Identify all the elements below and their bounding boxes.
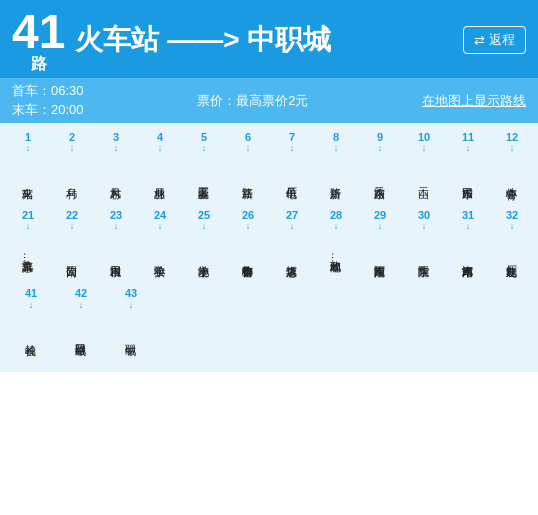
schedule-info: 首车：06:30 末车：20:00 xyxy=(12,82,84,119)
stop-item[interactable]: 4↓林业局 xyxy=(138,131,182,205)
stop-item[interactable]: 10↓云山 xyxy=(402,131,446,205)
stop-item[interactable]: 24↓实验小学 xyxy=(138,209,182,283)
stop-name: 九建制造厂 xyxy=(505,231,519,283)
stop-item[interactable]: 3↓东风村 xyxy=(94,131,138,205)
stop-item[interactable]: 9↓云山东路 xyxy=(358,131,402,205)
stop-name: 福长岭 xyxy=(24,310,38,362)
route-number-block: 41 路 xyxy=(12,8,65,72)
stop-item[interactable]: 1↓火车站 xyxy=(6,131,50,205)
stop-item[interactable]: 33↓美地学城 xyxy=(534,209,538,283)
stop-arrow-icon: ↓ xyxy=(422,144,427,153)
stop-arrow-icon: ↓ xyxy=(26,144,31,153)
stop-item[interactable]: 5↓三新工业区 xyxy=(182,131,226,205)
stop-item[interactable]: 7↓信电子厂 xyxy=(270,131,314,205)
stop-name: 鲁畜购物中心 xyxy=(241,231,255,283)
stop-arrow-icon: ↓ xyxy=(202,144,207,153)
stop-arrow-icon: ↓ xyxy=(158,222,163,231)
header: 41 路 火车站 ——> 中职城 ⇄ 返程 xyxy=(0,0,538,78)
stop-item[interactable]: 26↓鲁畜购物中心 xyxy=(226,209,270,283)
stop-arrow-icon: ↓ xyxy=(29,301,34,310)
stop-arrow-icon: ↓ xyxy=(246,222,251,231)
stop-name: 林业局 xyxy=(153,153,167,205)
stop-name: 云山东路 xyxy=(373,153,387,205)
stop-item[interactable]: 28↓和地邮政… xyxy=(314,209,358,283)
last-bus: 末车：20:00 xyxy=(12,101,84,119)
stop-arrow-icon: ↓ xyxy=(466,222,471,231)
map-link[interactable]: 在地图上显示路线 xyxy=(422,92,526,110)
stop-item[interactable]: 41↓福长岭 xyxy=(6,287,56,361)
ticket-price: 票价：最高票价2元 xyxy=(197,92,308,110)
stop-arrow-icon: ↓ xyxy=(70,144,75,153)
stop-arrow-icon: ↓ xyxy=(422,222,427,231)
stop-name: 河南岸医院 xyxy=(373,231,387,283)
stop-name: 体育中心 xyxy=(505,153,519,205)
route-lu: 路 xyxy=(31,56,47,72)
stop-item[interactable]: 31↓河南岸汽车站 xyxy=(446,209,490,283)
stop-arrow-icon: ↓ xyxy=(378,144,383,153)
stop-item[interactable]: 42↓中职城路口 xyxy=(56,287,106,361)
stop-item[interactable]: 22↓南门公园 xyxy=(50,209,94,283)
stop-arrow-icon: ↓ xyxy=(510,144,515,153)
stop-name: 市国税局 xyxy=(109,231,123,283)
stop-name: 实验小学 xyxy=(153,231,167,283)
stop-item[interactable]: 27↓港惠饭店 xyxy=(270,209,314,283)
stop-number: 42 xyxy=(75,287,87,300)
first-bus: 首车：06:30 xyxy=(12,82,84,100)
sub-header: 首车：06:30 末车：20:00 票价：最高票价2元 在地图上显示路线 xyxy=(0,78,538,123)
stops-row-1: 1↓火车站2↓乌村3↓东风村4↓林业局5↓三新工业区6↓新江路7↓信电子厂8↓新… xyxy=(6,131,532,205)
route-number: 41 xyxy=(12,8,65,56)
stop-name: 公共汽车总… xyxy=(21,231,35,283)
stop-arrow-icon: ↓ xyxy=(26,222,31,231)
stop-item[interactable]: 23↓市国税局 xyxy=(94,209,138,283)
stop-name: 河南岸汽车站 xyxy=(461,231,475,283)
stop-arrow-icon: ↓ xyxy=(70,222,75,231)
stop-name: 三新工业区 xyxy=(197,153,211,205)
stop-name: 南门公园 xyxy=(65,231,79,283)
stop-item[interactable]: 30↓东华医院 xyxy=(402,209,446,283)
stop-arrow-icon: ↓ xyxy=(158,144,163,153)
stop-arrow-icon: ↓ xyxy=(114,222,119,231)
stop-name: 市民乐园 xyxy=(461,153,475,205)
stop-arrow-icon: ↓ xyxy=(334,144,339,153)
stop-number: 43 xyxy=(125,287,137,300)
stop-arrow-icon: ↓ xyxy=(114,144,119,153)
stop-name: 云山 xyxy=(417,153,431,205)
stop-item[interactable]: 8↓新沂路 xyxy=(314,131,358,205)
stop-arrow-icon: ↓ xyxy=(510,222,515,231)
stop-name: 和地邮政… xyxy=(329,231,343,283)
stop-item[interactable]: 21↓公共汽车总… xyxy=(6,209,50,283)
stop-name: 中职城路口 xyxy=(74,310,88,362)
app-container: 41 路 火车站 ——> 中职城 ⇄ 返程 首车：06:30 末车：20:00 … xyxy=(0,0,538,372)
stop-name: 乌村 xyxy=(65,153,79,205)
stop-name: 东华医院 xyxy=(417,231,431,283)
stop-arrow-icon: ↓ xyxy=(290,222,295,231)
stop-name: 新沂路 xyxy=(329,153,343,205)
stop-arrow-icon: ↓ xyxy=(466,144,471,153)
stops-container: 1↓火车站2↓乌村3↓东风村4↓林业局5↓三新工业区6↓新江路7↓信电子厂8↓新… xyxy=(0,123,538,372)
return-button[interactable]: ⇄ 返程 xyxy=(463,26,526,54)
stops-row-2: 21↓公共汽车总…22↓南门公园23↓市国税局24↓实验小学25↓麦地小学26↓… xyxy=(6,209,532,283)
return-icon: ⇄ xyxy=(474,33,485,48)
stop-item[interactable]: 11↓市民乐园 xyxy=(446,131,490,205)
stop-arrow-icon: ↓ xyxy=(334,222,339,231)
stop-name: 东风村 xyxy=(109,153,123,205)
stop-name: 麦地小学 xyxy=(197,231,211,283)
stop-item[interactable]: 43↓中职城 xyxy=(106,287,156,361)
stop-arrow-icon: ↓ xyxy=(129,301,134,310)
stop-item[interactable]: 32↓九建制造厂 xyxy=(490,209,534,283)
stop-item[interactable]: 13↓大桥北 xyxy=(534,131,538,205)
stop-name: 信电子厂 xyxy=(285,153,299,205)
stop-name: 港惠饭店 xyxy=(285,231,299,283)
stop-item[interactable]: 29↓河南岸医院 xyxy=(358,209,402,283)
stop-arrow-icon: ↓ xyxy=(290,144,295,153)
return-label: 返程 xyxy=(489,31,515,49)
stop-item[interactable]: 6↓新江路 xyxy=(226,131,270,205)
stop-number: 41 xyxy=(25,287,37,300)
stop-name: 火车站 xyxy=(21,153,35,205)
stop-item[interactable]: 2↓乌村 xyxy=(50,131,94,205)
stops-row-3: 41↓福长岭42↓中职城路口43↓中职城 xyxy=(6,287,532,361)
stop-item[interactable]: 25↓麦地小学 xyxy=(182,209,226,283)
stop-item[interactable]: 12↓体育中心 xyxy=(490,131,534,205)
stop-name: 中职城 xyxy=(124,310,138,362)
stop-arrow-icon: ↓ xyxy=(79,301,84,310)
